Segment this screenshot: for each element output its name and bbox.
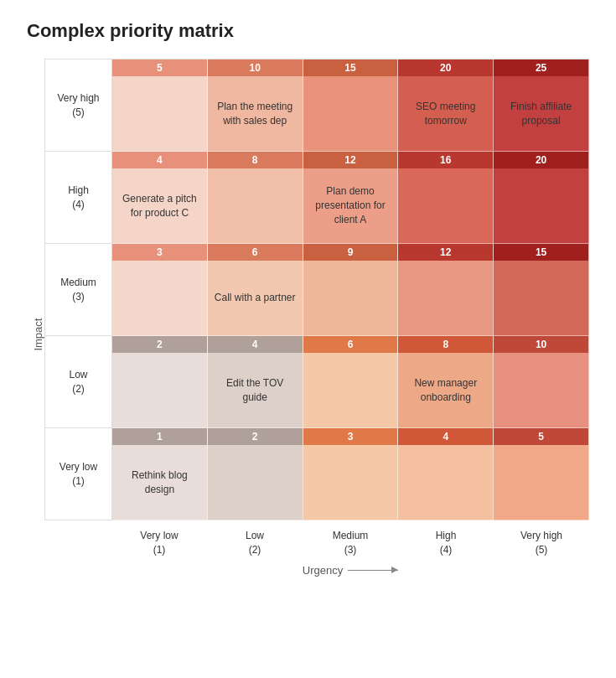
task-r3c2: Call with a partner [208,261,303,335]
score-r5c1: 1 [112,428,207,445]
task-r2c4 [439,168,453,243]
score-r5c2: 2 [208,428,303,445]
task-r4c3 [344,353,357,427]
cell-r1c3[interactable]: 15 [303,60,399,152]
col-header-5: Very high(5) [494,524,589,561]
cell-r2c1[interactable]: 4 Generate a pitch for product C [112,152,208,244]
cell-r5c1[interactable]: 1 Rethink blog design [112,428,208,520]
cell-r5c2[interactable]: 2 [208,428,303,520]
task-r3c3 [344,261,357,335]
cell-r1c5[interactable]: 25 Finish affiliate proposal [494,60,589,152]
task-r1c3 [344,76,357,151]
score-r3c2: 6 [208,244,303,261]
cell-r4c4[interactable]: 8 New manager onboarding [398,336,494,428]
task-r2c3: Plan demo presentation for client A [303,168,398,243]
x-axis-arrow [348,570,398,571]
cell-r4c3[interactable]: 6 [303,336,399,428]
task-r2c2 [248,168,261,243]
col-header-3: Medium(3) [303,524,398,561]
cell-r2c2[interactable]: 8 [208,152,303,244]
score-r1c4: 20 [398,60,493,76]
cell-r5c5[interactable]: 5 [494,428,589,520]
score-r3c3: 9 [303,244,398,261]
score-r4c3: 6 [303,336,398,353]
col-header-2: Low(2) [207,524,303,561]
page-title: Complex priority matrix [27,20,589,42]
cell-r3c3[interactable]: 9 [303,244,399,336]
task-r1c2: Plan the meeting with sales dep [208,76,303,151]
y-axis-label: Impact [27,59,44,577]
cell-r4c1[interactable]: 2 [112,336,208,428]
score-r2c2: 8 [208,152,303,168]
score-r2c5: 20 [494,152,588,168]
task-r5c1: Rethink blog design [112,445,207,520]
task-r1c4: SEO meeting tomorrow [398,76,493,151]
task-r5c5 [535,445,548,520]
task-r4c2: Edit the TOV guide [208,353,303,427]
task-r4c1 [153,353,166,427]
score-r2c1: 4 [112,152,207,168]
task-r2c1: Generate a pitch for product C [112,168,207,243]
score-r1c3: 15 [303,60,398,76]
row-header-3: Medium(3) [45,244,112,336]
cell-r1c4[interactable]: 20 SEO meeting tomorrow [398,60,494,152]
score-r2c3: 12 [303,152,398,168]
task-r3c1 [153,261,166,335]
task-r4c5 [535,353,548,427]
score-r1c5: 25 [494,60,588,76]
task-r5c4 [439,445,453,520]
cell-r2c5[interactable]: 20 [494,152,589,244]
cell-r5c3[interactable]: 3 [303,428,399,520]
score-r5c5: 5 [494,428,588,445]
cell-r1c2[interactable]: 10 Plan the meeting with sales dep [208,60,303,152]
cell-r1c1[interactable]: 5 [112,60,208,152]
row-header-1: Very high(5) [45,60,112,152]
cell-r3c2[interactable]: 6 Call with a partner [208,244,303,336]
cell-r4c5[interactable]: 10 [494,336,589,428]
column-headers: Very low(1) Low(2) Medium(3) High(4) Ver… [44,524,589,561]
cell-r2c3[interactable]: 12 Plan demo presentation for client A [303,152,399,244]
task-r3c4 [439,261,453,335]
cell-r3c4[interactable]: 12 [398,244,494,336]
score-r4c2: 4 [208,336,303,353]
score-r1c2: 10 [208,60,303,76]
row-header-4: Low(2) [45,336,112,428]
score-r3c1: 3 [112,244,207,261]
task-r1c5: Finish affiliate proposal [494,76,588,151]
col-header-4: High(4) [398,524,494,561]
cell-r4c2[interactable]: 4 Edit the TOV guide [208,336,303,428]
score-r5c4: 4 [398,428,493,445]
row-header-2: High(4) [45,152,112,244]
task-r4c4: New manager onboarding [398,353,493,427]
task-r3c5 [535,261,548,335]
score-r1c1: 5 [112,60,207,76]
task-r5c2 [248,445,261,520]
score-r3c4: 12 [398,244,493,261]
score-r4c1: 2 [112,336,207,353]
cell-r3c5[interactable]: 15 [494,244,589,336]
row-header-5: Very low(1) [45,428,112,520]
task-r2c5 [535,168,548,243]
score-r3c5: 15 [494,244,588,261]
cell-r3c1[interactable]: 3 [112,244,208,336]
score-r5c3: 3 [303,428,398,445]
score-r4c5: 10 [494,336,588,353]
cell-r5c4[interactable]: 4 [398,428,494,520]
x-axis-label: Urgency [44,564,589,577]
col-header-1: Very low(1) [111,524,207,561]
task-r5c3 [344,445,357,520]
task-r1c1 [153,76,166,151]
score-r2c4: 16 [398,152,493,168]
score-r4c4: 8 [398,336,493,353]
matrix-grid: Very high(5) 5 10 Plan the meeting with … [44,59,589,520]
cell-r2c4[interactable]: 16 [398,152,494,244]
